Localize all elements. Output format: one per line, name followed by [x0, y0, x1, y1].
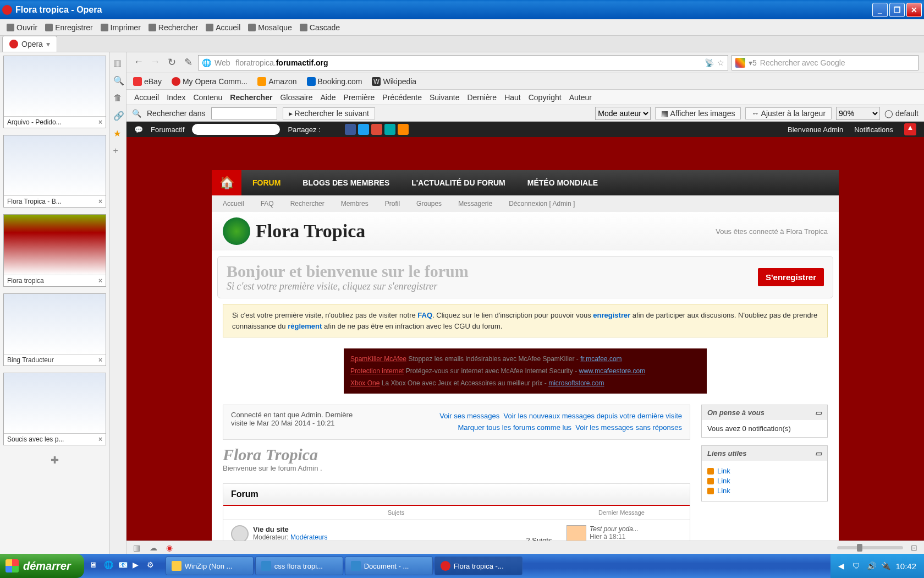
new-messages-link[interactable]: Voir les nouveaux messages depuis votre …: [504, 412, 682, 420]
faq-link[interactable]: FAQ: [417, 311, 432, 319]
add-icon[interactable]: +: [113, 146, 123, 156]
task-flora[interactable]: Flora tropica -...: [435, 557, 522, 575]
bookmark-ebay[interactable]: eBay: [133, 77, 162, 86]
no-reply-link[interactable]: Voir les messages sans réponses: [575, 423, 682, 432]
sm-rechercher[interactable]: Rechercher: [230, 93, 272, 102]
thumb-tab-1[interactable]: Flora Tropica - B...×: [3, 135, 106, 208]
forum-search-input[interactable]: [192, 124, 280, 135]
sm-contenu[interactable]: Contenu: [193, 93, 222, 102]
panel-toggle-icon[interactable]: ▥: [133, 543, 142, 552]
close-icon[interactable]: ×: [98, 277, 102, 285]
start-button[interactable]: démarrer: [0, 554, 84, 578]
collapse-icon[interactable]: ▭: [815, 449, 822, 457]
find-next-button[interactable]: ▸ Rechercher le suivant: [283, 107, 375, 119]
tray-icon[interactable]: ◀: [838, 561, 847, 570]
email-icon[interactable]: [384, 124, 395, 135]
nav-actu[interactable]: L'ACTUALITÉ DU FORUM: [411, 178, 505, 187]
ql-icon[interactable]: ⚙: [147, 560, 158, 571]
url-input[interactable]: 🌐 Web floratropica.forumactif.org 📡 ☆: [198, 55, 728, 70]
close-icon[interactable]: ×: [98, 118, 102, 126]
search-input[interactable]: ▾5 Rechercher avec Google: [732, 55, 919, 70]
rss-icon[interactable]: [398, 124, 409, 135]
register-link[interactable]: enregistrer: [593, 311, 630, 319]
menu-mosaic[interactable]: Mosaïque: [248, 23, 292, 32]
menu-cascade[interactable]: Cascade: [300, 23, 340, 32]
facebook-icon[interactable]: [345, 124, 356, 135]
rss-icon[interactable]: 📡: [705, 58, 714, 67]
author-mode-select[interactable]: Mode auteur: [595, 107, 651, 120]
nav-meteo[interactable]: MÉTÉO MONDIALE: [527, 178, 598, 187]
bookmark-wikipedia[interactable]: WWikipedia: [372, 77, 416, 86]
zoom-reset-icon[interactable]: ⊡: [911, 543, 917, 552]
close-icon[interactable]: ×: [98, 198, 102, 205]
menu-print[interactable]: Imprimer: [101, 23, 141, 32]
sm-copyright[interactable]: Copyright: [529, 93, 562, 102]
gplus-icon[interactable]: [371, 124, 382, 135]
sm-derniere[interactable]: Dernière: [467, 93, 497, 102]
menu-save[interactable]: Enregistrer: [45, 23, 92, 32]
add-tab-button[interactable]: ✚: [0, 454, 109, 466]
fit-width-button[interactable]: ↔ Ajuster à la largeur: [745, 107, 832, 119]
find-input[interactable]: [211, 107, 277, 119]
tab-opera[interactable]: Opera ▾: [2, 36, 57, 52]
close-icon[interactable]: ×: [98, 356, 102, 364]
menu-open[interactable]: Ouvrir: [7, 23, 37, 32]
register-button[interactable]: S'enregistrer: [758, 268, 824, 286]
back-button[interactable]: ←: [132, 56, 145, 69]
rules-link[interactable]: règlement: [288, 322, 322, 330]
task-document[interactable]: Document - ...: [345, 557, 433, 575]
menu-home[interactable]: Accueil: [206, 23, 240, 32]
sm-suivante[interactable]: Suivante: [430, 93, 459, 102]
brand-label[interactable]: Forumactif: [151, 126, 184, 134]
clock[interactable]: 10:42: [895, 561, 916, 571]
moderators-link[interactable]: Modérateurs: [290, 533, 327, 541]
close-icon[interactable]: ×: [98, 435, 102, 443]
forward-button[interactable]: →: [148, 56, 162, 69]
bookmark-myopera[interactable]: My Opera Comm...: [172, 77, 248, 86]
nav-forum[interactable]: FORUM: [252, 178, 280, 187]
forum-row[interactable]: Vie du site Modérateur: Modérateurs Foru…: [223, 520, 690, 541]
scroll-top-button[interactable]: ▲: [904, 123, 916, 135]
panel-icon[interactable]: ▥: [113, 58, 123, 68]
nav-home[interactable]: 🏠: [212, 170, 241, 195]
thumb-tab-2[interactable]: Flora tropica×: [3, 214, 106, 287]
search-icon[interactable]: 🔍: [113, 75, 123, 85]
tab-dropdown-icon[interactable]: ▾: [46, 40, 50, 48]
useful-link[interactable]: Link: [707, 487, 822, 495]
task-css[interactable]: css flora tropi...: [255, 557, 343, 575]
bookmark-amazon[interactable]: Amazon: [257, 77, 296, 86]
tray-icon[interactable]: 🔊: [867, 561, 876, 570]
sm-aide[interactable]: Aide: [321, 93, 336, 102]
menu-search[interactable]: Rechercher: [148, 23, 198, 32]
bookmark-star-icon[interactable]: ☆: [717, 58, 724, 67]
useful-link[interactable]: Link: [707, 477, 822, 485]
sm-index[interactable]: Index: [167, 93, 185, 102]
ql-icon[interactable]: 📧: [118, 560, 129, 571]
thumb-tab-0[interactable]: Arquivo - Pedido...×: [3, 56, 106, 128]
tray-icon[interactable]: 🔌: [881, 561, 890, 570]
useful-link[interactable]: Link: [707, 467, 822, 475]
notifications-link[interactable]: Notifications: [854, 126, 893, 134]
star-icon[interactable]: ★: [113, 128, 123, 138]
minimize-button[interactable]: _: [872, 3, 888, 17]
thumb-tab-4[interactable]: Soucis avec les p...×: [3, 373, 106, 445]
show-images-button[interactable]: ▦ Afficher les images: [655, 107, 741, 119]
zoom-select[interactable]: 90%: [836, 107, 880, 120]
link-icon[interactable]: 🔗: [113, 111, 123, 121]
mark-read-link[interactable]: Marquer tous les forums comme lus: [458, 423, 571, 432]
reload-button[interactable]: ↻: [165, 56, 178, 69]
nav-blogs[interactable]: BLOGS DES MEMBRES: [302, 178, 389, 187]
ql-icon[interactable]: 🖥: [90, 560, 101, 571]
wand-button[interactable]: ✎: [182, 56, 195, 69]
tray-icon[interactable]: 🛡: [853, 561, 861, 570]
trash-icon[interactable]: 🗑: [113, 93, 123, 103]
opera-link-icon[interactable]: ◉: [166, 543, 175, 552]
twitter-icon[interactable]: [358, 124, 369, 135]
last-post-link[interactable]: Test pour yoda...: [590, 525, 639, 533]
sm-premiere[interactable]: Première: [344, 93, 375, 102]
sm-haut[interactable]: Haut: [504, 93, 521, 102]
sm-glossaire[interactable]: Glossaire: [280, 93, 312, 102]
ql-icon[interactable]: ▶: [133, 560, 144, 571]
sm-auteur[interactable]: Auteur: [569, 93, 592, 102]
view-messages-link[interactable]: Voir ses messages: [439, 412, 499, 420]
